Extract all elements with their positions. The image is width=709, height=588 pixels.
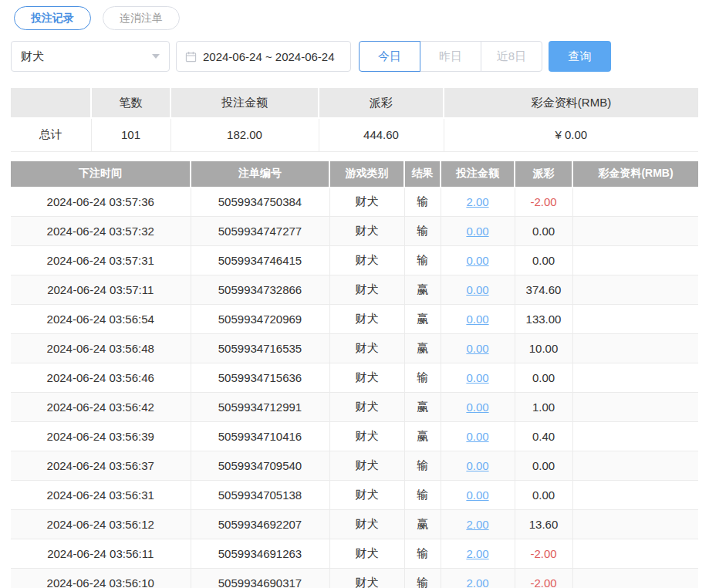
game-category-cell: 财犬 <box>329 510 404 539</box>
bet-amount-cell: 0.00 <box>441 393 515 422</box>
tab-bet-records[interactable]: 投注记录 <box>14 6 91 30</box>
table-row: 2024-06-24 03:57:32 5059934747277 财犬 输 0… <box>11 217 698 246</box>
records-header-result: 结果 <box>404 161 441 188</box>
records-header-bonus: 彩金资料(RMB) <box>572 161 698 188</box>
bet-amount-link[interactable]: 2.00 <box>466 195 488 208</box>
bonus-cell <box>572 188 698 217</box>
order-number-cell: 5059934732866 <box>191 275 329 305</box>
table-row: 2024-06-24 03:56:39 5059934710416 财犬 赢 0… <box>11 422 698 451</box>
bet-time-cell: 2024-06-24 03:56:39 <box>11 422 191 451</box>
payout-cell: 10.00 <box>515 334 572 363</box>
bet-time-cell: 2024-06-24 03:56:11 <box>11 539 191 569</box>
game-category-cell: 财犬 <box>329 481 404 510</box>
game-select[interactable]: 财犬 <box>11 41 170 72</box>
summary-header-payout: 派彩 <box>319 88 444 118</box>
payout-cell: 0.00 <box>515 217 572 246</box>
bet-amount-cell: 0.00 <box>441 305 515 334</box>
quick-range-today[interactable]: 今日 <box>359 41 420 72</box>
bet-amount-link[interactable]: 2.00 <box>466 547 488 560</box>
bet-amount-link[interactable]: 0.00 <box>466 342 488 355</box>
bet-amount-cell: 0.00 <box>441 422 515 451</box>
top-tabs: 投注记录 连消注单 <box>14 6 698 30</box>
game-category-cell: 财犬 <box>329 393 404 422</box>
bet-amount-link[interactable]: 2.00 <box>466 576 488 588</box>
game-category-cell: 财犬 <box>329 451 404 481</box>
bet-amount-link[interactable]: 0.00 <box>466 459 488 472</box>
records-header-order-number: 注单编号 <box>191 161 329 188</box>
result-cell: 赢 <box>404 334 441 363</box>
quick-range-yesterday[interactable]: 昨日 <box>420 41 481 72</box>
table-row: 2024-06-24 03:56:31 5059934705138 财犬 输 0… <box>11 481 698 510</box>
bet-time-cell: 2024-06-24 03:56:54 <box>11 305 191 334</box>
summary-table: 笔数 投注金额 派彩 彩金资料(RMB) 总计 101 182.00 444.6… <box>11 88 698 152</box>
game-category-cell: 财犬 <box>329 539 404 569</box>
summary-header-row: 笔数 投注金额 派彩 彩金资料(RMB) <box>11 88 698 118</box>
bet-amount-link[interactable]: 0.00 <box>466 225 488 238</box>
bet-amount-cell: 2.00 <box>441 188 515 217</box>
result-cell: 输 <box>404 569 441 588</box>
payout-cell: 0.00 <box>515 481 572 510</box>
bet-time-cell: 2024-06-24 03:57:31 <box>11 246 191 275</box>
game-category-cell: 财犬 <box>329 305 404 334</box>
table-row: 2024-06-24 03:57:36 5059934750384 财犬 输 2… <box>11 188 698 217</box>
payout-cell: 1.00 <box>515 393 572 422</box>
bet-time-cell: 2024-06-24 03:57:11 <box>11 275 191 305</box>
bet-time-cell: 2024-06-24 03:57:36 <box>11 188 191 217</box>
game-select-value: 财犬 <box>21 49 44 64</box>
order-number-cell: 5059934715636 <box>191 363 329 393</box>
records-table-body: 2024-06-24 03:57:36 5059934750384 财犬 输 2… <box>11 188 698 588</box>
order-number-cell: 5059934709540 <box>191 451 329 481</box>
order-number-cell: 5059934705138 <box>191 481 329 510</box>
result-cell: 输 <box>404 188 441 217</box>
result-cell: 输 <box>404 481 441 510</box>
bonus-cell <box>572 334 698 363</box>
bet-amount-link[interactable]: 0.00 <box>466 400 488 414</box>
tab-cancelled-orders[interactable]: 连消注单 <box>103 6 180 30</box>
bet-amount-link[interactable]: 0.00 <box>466 313 488 326</box>
calendar-icon <box>185 51 197 63</box>
bet-time-cell: 2024-06-24 03:56:42 <box>11 393 191 422</box>
summary-header-bonus: 彩金资料(RMB) <box>444 88 698 118</box>
records-header-bet-time: 下注时间 <box>11 161 191 188</box>
bet-amount-cell: 2.00 <box>441 510 515 539</box>
bonus-cell <box>572 217 698 246</box>
bet-amount-link[interactable]: 0.00 <box>466 488 488 502</box>
game-category-cell: 财犬 <box>329 422 404 451</box>
order-number-cell: 5059934691263 <box>191 539 329 569</box>
bet-amount-cell: 0.00 <box>441 363 515 393</box>
payout-cell: -2.00 <box>515 569 572 588</box>
date-range-input[interactable]: 2024-06-24 ~ 2024-06-24 <box>176 41 351 72</box>
bet-amount-link[interactable]: 0.00 <box>466 254 488 267</box>
game-category-cell: 财犬 <box>329 275 404 305</box>
bet-amount-link[interactable]: 0.00 <box>466 430 488 443</box>
result-cell: 赢 <box>404 305 441 334</box>
result-cell: 输 <box>404 246 441 275</box>
bonus-cell <box>572 422 698 451</box>
table-row: 2024-06-24 03:56:48 5059934716535 财犬 赢 0… <box>11 334 698 363</box>
records-header-payout: 派彩 <box>515 161 572 188</box>
bet-amount-link[interactable]: 2.00 <box>466 518 488 531</box>
bet-amount-link[interactable]: 0.00 <box>466 371 488 384</box>
game-category-cell: 财犬 <box>329 188 404 217</box>
records-table: 下注时间 注单编号 游戏类别 结果 投注金额 派彩 彩金资料(RMB) 2024… <box>11 161 698 588</box>
bonus-cell <box>572 246 698 275</box>
bet-amount-cell: 0.00 <box>441 217 515 246</box>
table-row: 2024-06-24 03:56:11 5059934691263 财犬 输 2… <box>11 539 698 569</box>
bet-amount-cell: 0.00 <box>441 246 515 275</box>
table-row: 2024-06-24 03:56:54 5059934720969 财犬 赢 0… <box>11 305 698 334</box>
bet-time-cell: 2024-06-24 03:56:31 <box>11 481 191 510</box>
summary-header-bet-amount: 投注金额 <box>170 88 319 118</box>
bonus-cell <box>572 569 698 588</box>
summary-total-bet-amount: 182.00 <box>170 118 319 151</box>
order-number-cell: 5059934747277 <box>191 217 329 246</box>
quick-range-last-8-days[interactable]: 近8日 <box>481 41 542 72</box>
records-header-row: 下注时间 注单编号 游戏类别 结果 投注金额 派彩 彩金资料(RMB) <box>11 161 698 188</box>
quick-range-group: 今日 昨日 近8日 <box>359 41 542 72</box>
query-button[interactable]: 查询 <box>549 41 611 72</box>
payout-cell: 374.60 <box>515 275 572 305</box>
bet-amount-link[interactable]: 0.00 <box>466 283 488 296</box>
bet-time-cell: 2024-06-24 03:56:46 <box>11 363 191 393</box>
result-cell: 赢 <box>404 275 441 305</box>
bet-amount-cell: 0.00 <box>441 451 515 481</box>
payout-cell: 0.40 <box>515 422 572 451</box>
